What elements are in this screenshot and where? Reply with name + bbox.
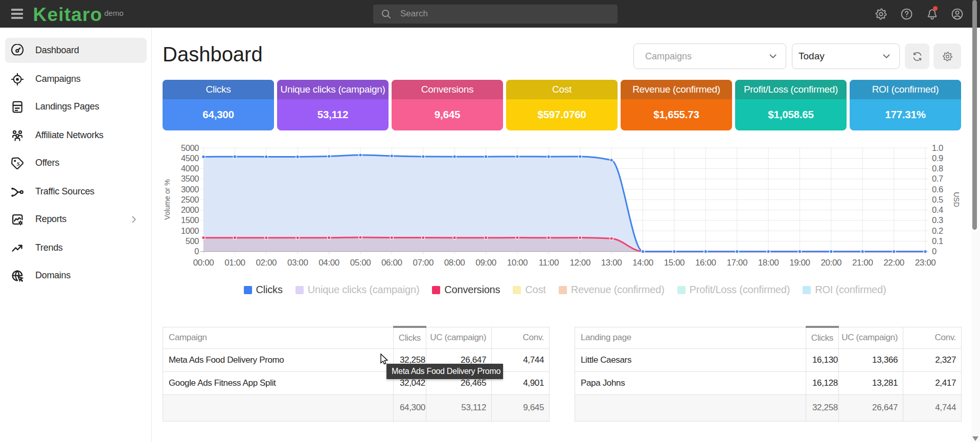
svg-text:2500: 2500 <box>181 195 199 204</box>
svg-text:0.5: 0.5 <box>932 195 943 204</box>
svg-text:1000: 1000 <box>181 226 199 235</box>
svg-text:USD: USD <box>952 192 961 207</box>
svg-text:0.9: 0.9 <box>932 153 943 163</box>
svg-text:21:00: 21:00 <box>852 258 873 268</box>
svg-text:10:00: 10:00 <box>507 258 528 268</box>
svg-text:0.4: 0.4 <box>932 205 943 214</box>
svg-text:17:00: 17:00 <box>726 258 747 268</box>
svg-text:12:00: 12:00 <box>569 258 590 268</box>
svg-text:23:00: 23:00 <box>915 258 936 268</box>
svg-text:03:00: 03:00 <box>287 258 308 268</box>
svg-text:0.1: 0.1 <box>932 236 943 246</box>
svg-text:S: S <box>17 160 20 166</box>
svg-text:05:00: 05:00 <box>350 258 371 268</box>
svg-text:1.0: 1.0 <box>932 143 943 152</box>
svg-text:00:00: 00:00 <box>193 258 214 268</box>
svg-text:500: 500 <box>186 236 199 246</box>
svg-text:1500: 1500 <box>181 215 199 225</box>
svg-text:0.6: 0.6 <box>932 185 943 194</box>
svg-text:18:00: 18:00 <box>758 258 779 268</box>
svg-text:0: 0 <box>932 247 937 256</box>
svg-text:4000: 4000 <box>181 164 199 173</box>
svg-text:4500: 4500 <box>181 153 199 163</box>
svg-text:0.8: 0.8 <box>932 164 943 173</box>
svg-text:22:00: 22:00 <box>883 258 904 268</box>
svg-text:0.2: 0.2 <box>932 226 943 235</box>
svg-text:02:00: 02:00 <box>256 258 277 268</box>
svg-text:0.3: 0.3 <box>932 215 943 225</box>
svg-text:13:00: 13:00 <box>601 258 622 268</box>
svg-text:07:00: 07:00 <box>413 258 434 268</box>
svg-text:0: 0 <box>194 247 199 256</box>
svg-text:20:00: 20:00 <box>821 258 842 268</box>
svg-text:09:00: 09:00 <box>475 258 496 268</box>
svg-text:Volume or %: Volume or % <box>163 179 171 219</box>
svg-text:04:00: 04:00 <box>318 258 339 268</box>
svg-text:3000: 3000 <box>181 185 199 194</box>
svg-text:01:00: 01:00 <box>224 258 245 268</box>
svg-text:06:00: 06:00 <box>381 258 402 268</box>
svg-text:11:00: 11:00 <box>539 258 559 268</box>
svg-text:0.7: 0.7 <box>932 174 943 183</box>
svg-text:3500: 3500 <box>181 174 199 183</box>
svg-text:08:00: 08:00 <box>444 258 465 268</box>
svg-text:16:00: 16:00 <box>695 258 716 268</box>
svg-text:14:00: 14:00 <box>632 258 653 268</box>
svg-text:2000: 2000 <box>181 205 199 214</box>
svg-text:15:00: 15:00 <box>664 258 685 268</box>
svg-text:19:00: 19:00 <box>789 258 810 268</box>
svg-text:5000: 5000 <box>181 143 199 152</box>
